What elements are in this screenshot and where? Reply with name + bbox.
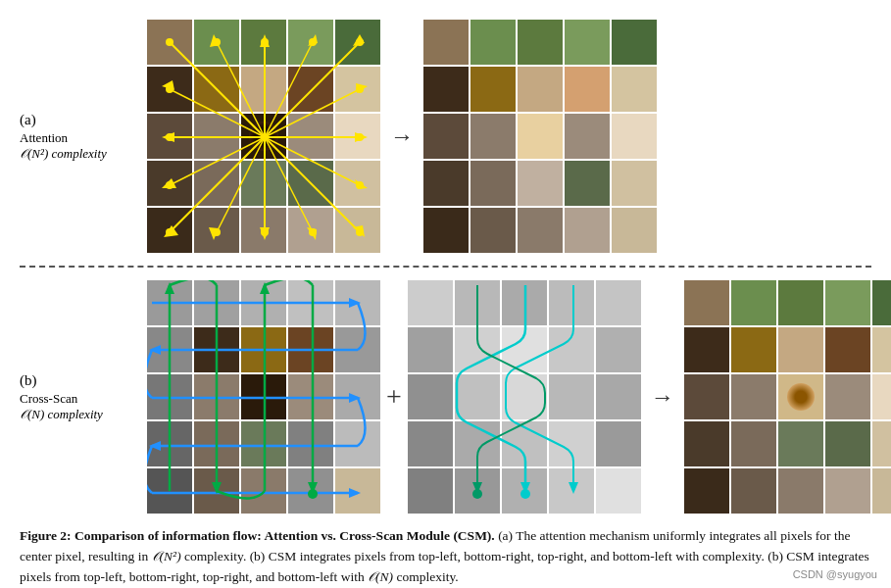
watermark: CSDN @syugyou <box>793 568 877 580</box>
grid-cell <box>147 421 192 466</box>
grid-cell <box>684 327 729 372</box>
grid-cell <box>872 421 891 466</box>
grid-cell <box>612 114 657 159</box>
grid-cell <box>194 114 239 159</box>
section-a: (a) Attention 𝒪(N²) complexity <box>20 10 871 258</box>
grid-cell <box>455 327 500 372</box>
grid-cell <box>825 468 870 514</box>
attention-input-grid <box>147 20 380 253</box>
grid-cell <box>731 374 776 419</box>
grid-cell <box>241 20 286 65</box>
grid-cell-center <box>241 114 286 159</box>
grid-cell <box>455 280 500 325</box>
grid-cell <box>596 327 641 372</box>
grid-cell <box>147 20 192 65</box>
grid-cell <box>423 114 469 159</box>
csm-input-grid2 <box>408 280 641 514</box>
grid-cell <box>470 67 516 112</box>
grid-cell <box>731 421 776 466</box>
section-b-complexity: 𝒪(N) complexity <box>20 407 103 422</box>
grid-cell <box>825 374 870 419</box>
grid-cell <box>731 327 776 372</box>
csm-input-grid1 <box>147 280 380 514</box>
grid-cell <box>596 374 641 419</box>
grid-cell <box>241 208 286 253</box>
grid-cell <box>825 327 870 372</box>
caption-math1: 𝒪(N²) <box>152 549 181 564</box>
grid-cell <box>502 374 547 419</box>
grid-cell <box>241 161 286 206</box>
caption-text2: complexity. (b) CSM integrates pixels fr… <box>184 549 703 564</box>
grid-cell <box>518 114 563 159</box>
grid-cell <box>502 468 547 514</box>
section-b-arrow: → <box>651 384 674 411</box>
csm-output-grid <box>684 280 891 514</box>
attention-grid-wrapper <box>147 20 380 253</box>
grid-cell <box>335 161 380 206</box>
csm-grid2-cells <box>408 280 641 514</box>
grid-cell <box>549 421 594 466</box>
grid-cell <box>194 161 239 206</box>
grid-cell <box>518 161 563 206</box>
grid-cell <box>455 468 500 514</box>
grid-cell <box>288 67 333 112</box>
section-a-paren: (a) <box>20 112 36 128</box>
section-a-arrow: → <box>390 123 414 150</box>
grid-cell <box>335 468 380 514</box>
grid-cell <box>288 114 333 159</box>
attention-output-grid <box>423 20 657 253</box>
grid-cell <box>549 468 594 514</box>
grid-cell <box>147 208 192 253</box>
grid-cell <box>335 421 380 466</box>
grid-cell <box>147 327 192 372</box>
grid-cell <box>335 280 380 325</box>
grid-cell <box>147 161 192 206</box>
section-a-label: (a) Attention 𝒪(N²) complexity <box>20 112 147 162</box>
grid-cell <box>549 327 594 372</box>
grid-cell <box>147 114 192 159</box>
grid-cell <box>408 327 453 372</box>
section-b-title: Cross-Scan <box>20 391 77 407</box>
grid-cell <box>288 161 333 206</box>
grid-cell <box>470 20 516 65</box>
grid-cell <box>241 421 286 466</box>
grid-cell <box>872 374 891 419</box>
section-a-title: Attention <box>20 130 68 146</box>
section-b-label: (b) Cross-Scan 𝒪(N) complexity <box>20 372 147 422</box>
grid-cell <box>549 280 594 325</box>
grid-cell <box>423 67 469 112</box>
grid-cell <box>288 20 333 65</box>
grid-cell <box>408 374 453 419</box>
grid-cell <box>408 421 453 466</box>
section-divider <box>20 266 871 268</box>
grid-cell <box>241 327 286 372</box>
grid-cell <box>335 67 380 112</box>
main-container: (a) Attention 𝒪(N²) complexity <box>0 0 891 588</box>
grid-cell <box>147 374 192 419</box>
grid-cell <box>684 421 729 466</box>
grid-cell <box>455 374 500 419</box>
section-b-paren: (b) <box>20 372 37 389</box>
grid-cell <box>455 421 500 466</box>
grid-cell <box>778 280 823 325</box>
grid-cell <box>502 280 547 325</box>
caption-math2: 𝒪(N) <box>368 569 393 584</box>
grid-cell <box>502 327 547 372</box>
grid-cell <box>684 374 729 419</box>
grid-cell <box>194 421 239 466</box>
grid-cell <box>565 208 610 253</box>
grid-cell <box>194 67 239 112</box>
grid-cell <box>872 327 891 372</box>
grid-cell <box>731 468 776 514</box>
grid-cell <box>335 327 380 372</box>
grid-cell <box>470 208 516 253</box>
section-b: (b) Cross-Scan 𝒪(N) complexity <box>20 275 871 518</box>
grid-cell <box>825 421 870 466</box>
grid-cell <box>408 280 453 325</box>
caption-bold-text: Comparison of information flow: Attentio… <box>74 528 495 543</box>
section-a-complexity: 𝒪(N²) complexity <box>20 146 107 162</box>
grid-cell <box>147 468 192 514</box>
grid-cell <box>423 208 469 253</box>
grid-cell <box>335 114 380 159</box>
grid-cell <box>147 67 192 112</box>
